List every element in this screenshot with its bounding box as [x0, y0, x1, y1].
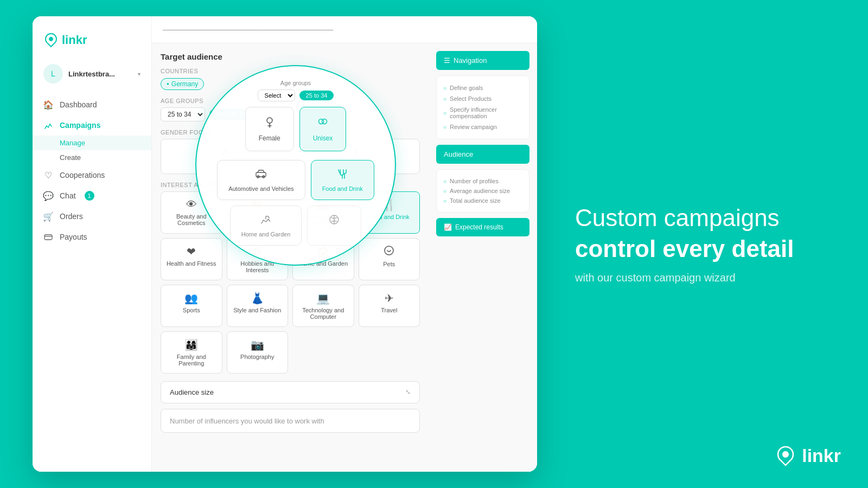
step-label-compensation: Specify influencer compensation [450, 106, 522, 119]
zoom-automotive-icon [228, 168, 293, 183]
bottom-logo-text: linkr [802, 445, 841, 466]
stat-label-total: Total audience size [450, 197, 501, 204]
wizard-step-review[interactable]: Review campaign [443, 121, 522, 132]
zoom-female-label: Female [259, 134, 280, 142]
stat-profiles: Number of profiles [443, 176, 522, 186]
campaigns-icon [43, 120, 53, 130]
stat-label-profiles: Number of profiles [450, 178, 499, 184]
topbar-title: ───────────────────────────────────── [163, 26, 334, 34]
sidebar-item-campaigns[interactable]: Campaigns [33, 115, 151, 136]
app-window: linkr L Linkrtestbra... ▾ 🏠 Dashboard Ca… [33, 16, 537, 472]
pets-icon [363, 245, 416, 259]
zoom-garden[interactable]: Home and Garden [230, 206, 302, 246]
audience-stats: Number of profiles Average audience size… [436, 169, 529, 213]
zoom-automotive[interactable]: Automotive and Vehicles [217, 160, 305, 200]
navigation-label: Navigation [454, 56, 487, 65]
wizard-step-products[interactable]: Select Products [443, 93, 522, 104]
navigation-btn[interactable]: ☰ Navigation [436, 51, 529, 70]
svg-point-2 [267, 118, 272, 123]
chat-badge: 1 [85, 191, 94, 201]
zoom-unisex-icon [313, 116, 333, 132]
interest-family[interactable]: 👨‍👩‍👧 Family and Parenting [161, 331, 222, 374]
interest-sports[interactable]: 👥 Sports [161, 285, 222, 327]
sidebar-item-dashboard[interactable]: 🏠 Dashboard [33, 94, 151, 115]
audience-size-label: Audience size [170, 388, 214, 396]
expected-results-label: Expected results [455, 223, 503, 231]
zoom-interest-row-1: Automotive and Vehicles Food and Drink [217, 160, 374, 200]
wizard-step-compensation[interactable]: Specify influencer compensation [443, 104, 522, 121]
interest-photography[interactable]: 📷 Photography [227, 331, 289, 374]
sidebar-sub-create[interactable]: Create [33, 150, 151, 165]
zoom-automotive-label: Automotive and Vehicles [228, 185, 293, 192]
interest-pets[interactable]: Pets [359, 238, 420, 280]
interest-label-pets: Pets [363, 261, 416, 267]
sidebar-item-chat[interactable]: 💬 Chat 1 [33, 185, 151, 206]
zoom-other[interactable] [307, 206, 361, 246]
wizard-step-goals[interactable]: Define goals [443, 82, 522, 93]
interest-label-photography: Photography [232, 354, 284, 360]
tech-icon: 💻 [297, 292, 349, 305]
account-name: Linkrtestbra... [68, 70, 115, 78]
target-audience-title: Target audience [161, 52, 420, 61]
interest-label-family: Family and Parenting [165, 354, 218, 367]
interest-label-sports: Sports [165, 307, 218, 313]
interest-label-style: Style and Fashion [232, 307, 284, 313]
orders-icon: 🛒 [43, 211, 53, 221]
stat-label-avg: Average audience size [450, 188, 510, 194]
wizard-steps: Define goals Select Products Specify inf… [436, 75, 529, 139]
zoom-garden-icon [241, 214, 291, 229]
nav-label-payouts: Payouts [60, 233, 87, 241]
audience-size-section: Audience size ⤡ [161, 381, 420, 403]
zoom-other-icon [318, 214, 350, 229]
payouts-icon [43, 232, 53, 242]
chart-icon: 📈 [444, 223, 452, 231]
promo-text: Custom campaigns control every detail wi… [575, 204, 835, 285]
bottom-logo: linkr [775, 445, 841, 466]
sidebar-account[interactable]: L Linkrtestbra... ▾ [33, 59, 151, 89]
sidebar-item-orders[interactable]: 🛒 Orders [33, 206, 151, 227]
travel-icon: ✈ [363, 292, 416, 305]
interest-label-travel: Travel [363, 307, 416, 313]
chat-icon: 💬 [43, 191, 53, 201]
zoom-gender-row: Female Unisex [245, 107, 347, 151]
interest-travel[interactable]: ✈ Travel [359, 285, 420, 327]
sidebar-item-payouts[interactable]: Payouts [33, 227, 151, 247]
chevron-down-icon: ▾ [138, 71, 141, 77]
interest-health[interactable]: ❤ Health and Fitness [161, 238, 222, 280]
expand-icon[interactable]: ⤡ [405, 388, 411, 396]
svg-point-4 [322, 119, 327, 124]
nav-label-campaigns: Campaigns [60, 121, 100, 130]
zoom-gender-female[interactable]: Female [245, 107, 294, 151]
nav-label-cooperations: Cooperations [60, 171, 105, 179]
zoom-gender-unisex[interactable]: Unisex [299, 107, 347, 151]
promo-section: Custom campaigns control every detail wi… [553, 0, 868, 488]
family-icon: 👨‍👩‍👧 [165, 338, 218, 351]
zoom-food[interactable]: Food and Drink [311, 160, 374, 200]
promo-line1: Custom campaigns [575, 204, 835, 233]
topbar: ───────────────────────────────────── [152, 16, 537, 43]
age-select[interactable]: Select 18 to 24 25 to 34 [161, 107, 205, 121]
audience-panel-label: Audience [444, 150, 473, 158]
interest-label-tech: Technology and Computer [297, 307, 349, 320]
heart-icon: ♡ [43, 170, 53, 180]
zoom-female-icon [259, 116, 280, 132]
zoom-age-badge: 25 to 34 [299, 91, 334, 100]
stat-avg-size: Average audience size [443, 186, 522, 196]
sidebar: linkr L Linkrtestbra... ▾ 🏠 Dashboard Ca… [33, 16, 152, 472]
sports-icon: 👥 [165, 292, 218, 305]
interest-tech[interactable]: 💻 Technology and Computer [292, 285, 354, 327]
health-icon: ❤ [165, 245, 218, 258]
audience-panel-btn[interactable]: Audience [436, 145, 529, 164]
influencers-section: Number of influencers you would like to … [161, 409, 420, 433]
zoom-overlay: Age groups Select 25 to 34 Female [195, 65, 396, 266]
interest-style[interactable]: 👗 Style and Fashion [227, 285, 289, 327]
expected-results-btn[interactable]: 📈 Expected results [436, 218, 529, 236]
step-label-review: Review campaign [450, 124, 497, 130]
sidebar-sub-manage[interactable]: Manage [33, 136, 151, 150]
sidebar-item-cooperations[interactable]: ♡ Cooperations [33, 165, 151, 185]
country-tag-germany[interactable]: Germany [161, 78, 204, 90]
sub-label-create: Create [60, 153, 81, 162]
zoom-age-select[interactable]: Select [258, 89, 295, 101]
avatar: L [43, 64, 63, 84]
zoom-food-label: Food and Drink [322, 185, 363, 192]
